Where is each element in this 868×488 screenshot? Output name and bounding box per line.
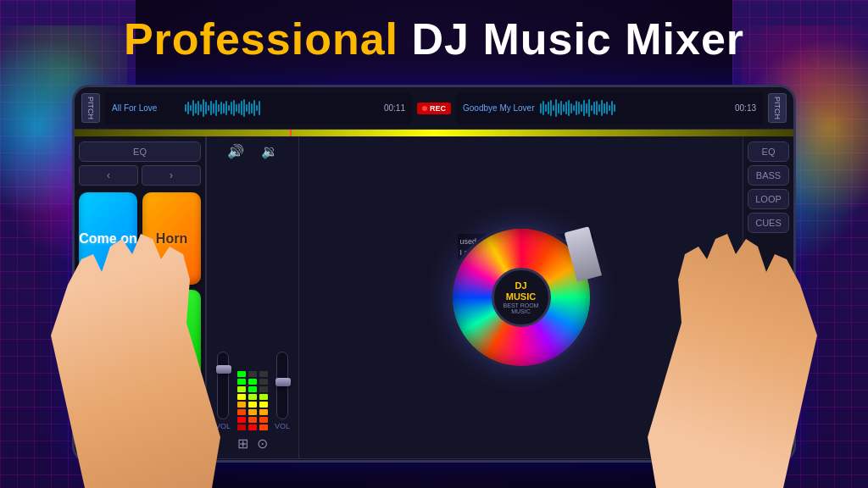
- bass-btn-right[interactable]: BASS: [748, 165, 789, 186]
- mixer-icon-grid[interactable]: ⊞: [237, 435, 248, 452]
- faders-row: VOL: [215, 164, 290, 430]
- track2-name: Goodbye My Lover: [463, 103, 535, 113]
- eq-col-1: [237, 371, 246, 430]
- fader-right: VOL: [275, 352, 290, 430]
- timeline-bar[interactable]: [75, 130, 793, 136]
- track1-name: All For Love: [112, 103, 180, 113]
- mixer-area: 🔊 🔉 VOL: [206, 136, 299, 458]
- pitch-btn-left[interactable]: PITCH: [81, 93, 100, 123]
- fader-left-slider[interactable]: [217, 352, 229, 419]
- eq-bars: [237, 363, 268, 430]
- waveform-left: [185, 98, 375, 119]
- rec-dot: [422, 106, 427, 111]
- fader-left-thumb: [216, 365, 231, 374]
- title-rest: DJ Music Mixer: [398, 14, 744, 64]
- vol-icon-right: 🔉: [261, 143, 278, 159]
- vol-icon-left: 🔊: [227, 143, 244, 159]
- vol-label-right: VOL: [275, 422, 290, 430]
- turntable-container: used me so I could stand and sing in I a…: [449, 225, 593, 369]
- title-area: Professional DJ Music Mixer: [0, 15, 868, 64]
- waveform-right: [540, 98, 726, 119]
- rec-badge[interactable]: REC: [417, 103, 451, 114]
- track2-time: 00:13: [731, 103, 756, 113]
- cues-btn-right[interactable]: CUES: [748, 213, 789, 233]
- turntable-music-label: MUSIC: [506, 291, 536, 302]
- loop-btn-right[interactable]: LOOP: [748, 189, 789, 209]
- rec-label: REC: [430, 104, 446, 113]
- mixer-bottom-icons: ⊞ ⊙: [237, 435, 268, 452]
- fader-right-slider[interactable]: [276, 352, 288, 419]
- track2-info: Goodbye My Lover 00:13: [456, 92, 763, 125]
- eq-btn-right[interactable]: EQ: [748, 141, 789, 162]
- page-title: Professional DJ Music Mixer: [0, 15, 868, 64]
- pitch-btn-right[interactable]: PITCH: [768, 93, 787, 123]
- fader-right-thumb: [275, 378, 291, 386]
- vol-icons: 🔊 🔉: [227, 143, 278, 159]
- timeline-marker: [290, 130, 292, 136]
- turntable-sublabel2: BEST ROOM MUSIC: [494, 302, 548, 314]
- eq-col-3: [259, 371, 268, 430]
- track1-info: All For Love 00:11: [105, 92, 412, 125]
- next-arrow[interactable]: ›: [142, 165, 201, 186]
- track1-time: 00:11: [380, 103, 405, 113]
- prev-arrow[interactable]: ‹: [79, 165, 138, 186]
- turntable-dj-label: DJ: [515, 280, 526, 291]
- title-professional: Professional: [124, 14, 398, 64]
- fader-left: VOL: [215, 352, 231, 430]
- top-bar: PITCH All For Love 00:11 REC Goodbye: [75, 87, 793, 130]
- turntable-center: DJ MUSIC BEST ROOM MUSIC: [492, 268, 551, 327]
- eq-btn-left[interactable]: EQ: [79, 141, 201, 162]
- eq-col-2: [248, 371, 257, 430]
- nav-arrows: ‹ ›: [79, 165, 201, 186]
- mixer-icon-settings[interactable]: ⊙: [257, 435, 268, 452]
